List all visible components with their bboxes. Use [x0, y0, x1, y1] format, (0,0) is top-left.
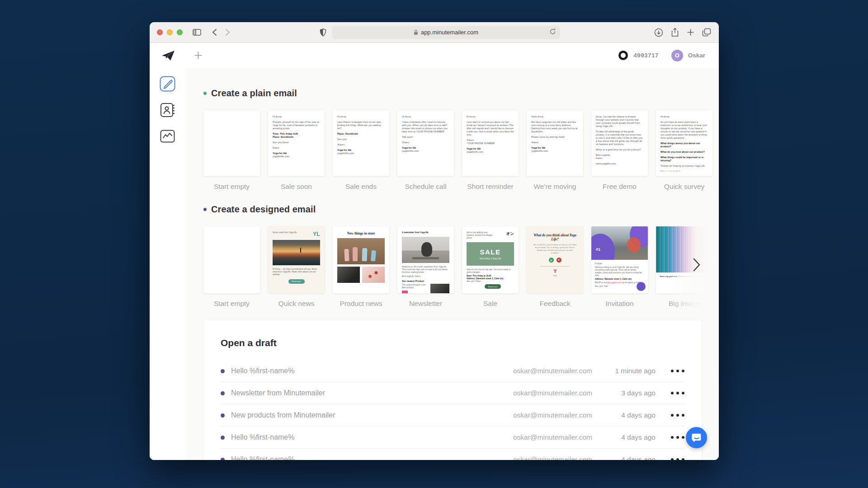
app-header: 4993717 O Oskar	[150, 43, 719, 68]
sidebar-item-statistics[interactable]	[160, 128, 175, 144]
draft-bullet	[221, 458, 225, 460]
plain-template-card[interactable]: Hi AnnaI have a fantastic offer I want t…	[397, 110, 454, 191]
sidebar-item-compose[interactable]	[160, 76, 175, 92]
colorful-slats-photo	[656, 226, 712, 272]
draft-menu-button[interactable]	[656, 414, 684, 417]
plain-template-card[interactable]: Hi AnnaI just want to remind you about m…	[462, 110, 519, 191]
address-bar[interactable]: app.minutemailer.com	[332, 26, 560, 39]
plain-template-card[interactable]: Hi AnnaPrepare yourself for the sale of …	[268, 110, 325, 191]
newsletter-regards: Best regards, Karen	[402, 275, 449, 278]
draft-title: Hello %first-name%	[231, 367, 513, 375]
reload-icon[interactable]	[549, 28, 556, 35]
draft-title: New products from Minutemailer	[231, 411, 513, 419]
feedback-body: We would love your feedback on what we d…	[531, 244, 579, 254]
template-label: Invitation	[591, 300, 648, 308]
plain-template-card[interactable]: Anna, I've had the chance to browse thro…	[591, 110, 648, 191]
share-icon[interactable]	[671, 28, 679, 37]
draft-title: Hello %first-name%	[231, 455, 513, 460]
city-photo: #1	[591, 226, 648, 260]
sunset-photo	[273, 240, 320, 265]
sidebar-item-contacts[interactable]	[160, 102, 175, 118]
tab-overview-icon[interactable]	[702, 28, 712, 37]
invitation-badge: #1	[596, 247, 600, 252]
yoga-photo	[402, 237, 449, 263]
window-controls	[157, 29, 183, 35]
plain-section-dot	[203, 92, 207, 95]
carousel-next-button[interactable]	[691, 257, 703, 272]
designed-template-newsletter[interactable]: A newsletter from Yoga life Welcome to t…	[397, 226, 454, 308]
drafts-title: Open a draft	[221, 338, 684, 348]
bottles-photo	[337, 238, 385, 264]
product-photo	[430, 284, 449, 293]
draft-row[interactable]: Hello %first-name%oskar@minutemailer.com…	[221, 449, 684, 460]
quick-news-header: Some news from Yoga life	[273, 231, 299, 234]
template-label: Start empty	[203, 300, 260, 308]
template-label: Sale	[462, 300, 519, 308]
plain-template-card[interactable]: Start empty	[203, 110, 260, 191]
designed-template-product-news[interactable]: New things in store Product news	[333, 226, 389, 308]
newsletter-title: A newsletter from Yoga life	[402, 231, 449, 234]
privacy-shield-icon[interactable]	[320, 28, 326, 37]
drafts-panel: Open a draft Hello %first-name%oskar@min…	[203, 320, 702, 460]
plain-template-card[interactable]: Hi AnnaLast chance to bargain hunt on ou…	[333, 110, 389, 191]
draft-menu-button[interactable]	[656, 436, 684, 439]
draft-row[interactable]: Hello %first-name%oskar@minutemailer.com…	[221, 427, 684, 449]
draft-time: 4 days ago	[592, 455, 656, 460]
draft-row[interactable]: New products from Minutemaileroskar@minu…	[221, 404, 684, 427]
plain-template-card[interactable]: Hello AnnaWe have outgrown our old place…	[527, 110, 583, 191]
new-tab-icon[interactable]	[687, 28, 694, 36]
product-news-title: New things in store	[337, 231, 385, 235]
price-tag	[402, 291, 408, 293]
template-label: Start empty	[203, 183, 260, 191]
newsletter-product-title: Our newest Product	[402, 280, 449, 282]
designed-template-big-image[interactable]: Some say goal time. Plant natural ways t…	[656, 226, 712, 308]
user-name[interactable]: Oskar	[688, 52, 705, 59]
quick-news-body: Hi Anna — we have something to tell you.…	[273, 268, 320, 276]
credits-icon[interactable]	[618, 51, 628, 60]
plain-template-card[interactable]: Hi AnnaAs you have at some point been a …	[656, 110, 712, 191]
draft-time: 3 days ago	[592, 389, 656, 397]
template-label: We're moving	[527, 183, 583, 191]
designed-carousel: Start empty Some news from Yoga life YL …	[203, 226, 719, 308]
draft-email: oskar@minutemailer.com	[513, 455, 592, 460]
designed-template-sale[interactable]: We're now adding new seasons products at…	[462, 226, 519, 308]
minutemailer-logo-icon[interactable]	[161, 50, 175, 61]
template-label: Big image	[656, 300, 712, 308]
draft-bullet	[221, 413, 225, 418]
sidebar-toggle-icon[interactable]	[193, 29, 201, 36]
draft-menu-button[interactable]	[656, 392, 684, 394]
designed-template-start-empty[interactable]: Start empty	[203, 226, 260, 308]
draft-time: 1 minute ago	[592, 367, 656, 375]
designed-template-feedback[interactable]: What do you think about Yoga Life? We wo…	[527, 226, 583, 308]
close-window-button[interactable]	[157, 29, 163, 35]
draft-menu-button[interactable]	[656, 458, 684, 460]
account-number: 4993717	[633, 52, 658, 59]
back-button[interactable]	[212, 28, 217, 36]
draft-row[interactable]: Hello %first-name%oskar@minutemailer.com…	[221, 360, 684, 382]
chat-bubble-icon	[691, 432, 702, 443]
template-label: Feedback	[527, 300, 583, 308]
read-more-button: Read more	[485, 284, 501, 289]
designed-template-quick-news[interactable]: Some news from Yoga life YL Hi Anna — we…	[268, 226, 325, 308]
newsletter-product-body: The newest product is our Best product	[402, 284, 428, 289]
downloads-icon[interactable]	[654, 28, 663, 37]
chat-launcher-button[interactable]	[686, 427, 707, 448]
avatar[interactable]: O	[671, 50, 683, 61]
draft-menu-button[interactable]	[656, 370, 684, 372]
sidebar	[150, 68, 185, 460]
forward-button[interactable]	[225, 28, 230, 36]
sale-top-note: We're now adding new seasons products at…	[467, 231, 495, 239]
lock-icon	[414, 29, 418, 35]
desktop: { "browser": { "url": "app.minutemailer.…	[0, 0, 868, 488]
template-label: Sale ends	[333, 183, 389, 191]
big-image-caption: Some say goal time. Plant natural ways t…	[656, 272, 712, 280]
plain-section-title: Create a plain email	[211, 88, 297, 99]
draft-row[interactable]: Newsletter from Minutemaileroskar@minute…	[221, 382, 684, 404]
minimize-window-button[interactable]	[167, 29, 173, 35]
new-email-button[interactable]	[194, 51, 203, 60]
template-label: Newsletter	[397, 300, 454, 308]
zoom-window-button[interactable]	[177, 29, 183, 35]
designed-template-invitation[interactable]: #1 Hi Boss Welcome along to us at Yoga l…	[591, 226, 648, 308]
browser-toolbar: app.minutemailer.com	[150, 22, 719, 43]
draft-time: 4 days ago	[592, 411, 656, 419]
